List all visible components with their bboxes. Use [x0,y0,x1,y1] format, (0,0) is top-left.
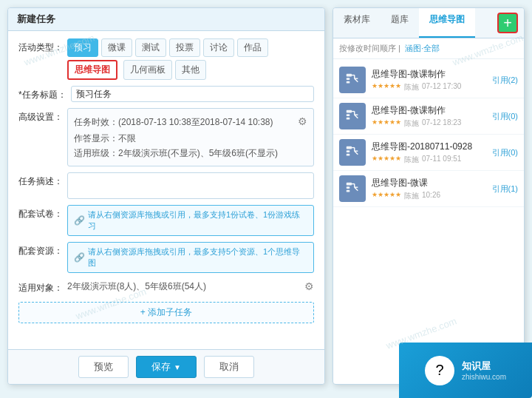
item-cite-4[interactable]: 引用(1) [492,183,518,195]
brand-sub: zhishiwu.com [462,373,506,381]
right-panel-tabs: 素材库 题库 思维导图 + [333,8,524,38]
item-meta-2: ★★★★★ 陈施 07-12 18:23 [372,118,486,129]
tab-materials[interactable]: 素材库 [333,8,381,38]
advanced-time: 任务时效：(2018-07-13 10:38至2018-07-14 10:38) [74,115,273,129]
item-meta-1: ★★★★★ 陈施 07-12 17:30 [372,82,486,92]
quiz-placeholder: 请从右侧资源库拖拽或引用，最多支持1份试卷、1份游戏练习 [88,209,307,232]
list-item[interactable]: 思维导图-微课 ★★★★★ 陈施 10:26 引用(1) [333,171,524,207]
item-title-3: 思维导图-20180711-0928 [372,141,486,153]
add-resource-button[interactable]: + [497,13,518,33]
svg-rect-16 [347,154,350,156]
item-icon-2 [339,103,366,129]
type-btn-discuss[interactable]: 讨论 [203,38,234,57]
item-title-2: 思维导图-微课制作 [372,104,486,117]
svg-rect-2 [347,81,350,84]
item-author-4: 陈施 [404,191,419,201]
type-btn-geometry[interactable]: 几何画板 [123,60,172,80]
target-gear-icon[interactable]: ⚙ [304,280,314,292]
description-row: 任务摘述： [18,172,314,199]
brand-area: ? 知识屋 zhishiwu.com [399,343,532,398]
quiz-label: 配套试卷： [18,205,63,220]
filter-link[interactable]: 涵图·全部 [405,43,440,54]
brand-name: 知识屋 [462,360,506,373]
advanced-grade: 适用班级：2年级演示班(不显示)、5年级6班(不显示) [74,146,307,161]
tab-spacer [475,8,491,38]
resource-list: 思维导图-微课制作 ★★★★★ 陈施 07-12 17:30 引用(2) [333,59,524,384]
type-btn-test[interactable]: 测试 [135,38,166,57]
item-meta-3: ★★★★★ 陈施 07-11 09:51 [372,155,486,165]
activity-types-container: 预习 微课 测试 投票 讨论 作品 思维导图 几何画板 其他 [67,38,314,80]
item-date-2: 07-12 18:23 [422,118,461,129]
type-btn-resource[interactable]: 微课 [101,38,132,57]
svg-rect-15 [347,150,350,152]
link-icon-resource: 🔗 [74,252,85,263]
description-input[interactable] [67,172,314,199]
type-btn-work[interactable]: 作品 [237,38,268,57]
item-stars-4: ★★★★★ [372,191,401,201]
activity-type-row: 活动类型： 预习 微课 测试 投票 讨论 作品 思维导图 几何画板 其他 [18,38,314,80]
tab-mindmap[interactable]: 思维导图 [419,8,475,38]
svg-rect-1 [347,78,350,80]
save-dropdown-icon[interactable]: ▼ [174,363,181,371]
quiz-row: 配套试卷： 🔗 请从右侧资源库拖拽或引用，最多支持1份试卷、1份游戏练习 [18,205,314,236]
svg-line-20 [355,151,358,155]
new-task-window: 新建任务 活动类型： 预习 微课 测试 投票 讨论 作品 思维导图 几何画板 其… [7,7,325,385]
resource-row: 配套资源： 🔗 请从右侧资源库拖拽或引用，最多支持5个资源、1个思维导图 [18,242,314,273]
cancel-button[interactable]: 取消 [204,356,254,378]
save-label: 保存 [151,360,171,374]
target-label: 适用对象： [18,279,63,294]
item-icon-3 [339,139,366,166]
type-btn-preview[interactable]: 预习 [67,38,98,57]
filter-text: 按修改时间顺序 | [339,43,400,54]
task-name-label: *任务标题： [18,86,66,101]
save-button[interactable]: 保存 ▼ [136,356,197,378]
svg-rect-23 [347,190,350,192]
item-info-2: 思维导图-微课制作 ★★★★★ 陈施 07-12 18:23 [372,104,486,129]
preview-button[interactable]: 预览 [78,356,129,378]
brand-icon-symbol: ? [435,362,443,379]
item-date-4: 10:26 [422,191,440,201]
item-stars-3: ★★★★★ [372,155,401,165]
type-btn-vote[interactable]: 投票 [169,38,200,57]
tab-topics[interactable]: 题库 [381,8,419,38]
item-stars-2: ★★★★★ [372,118,401,129]
type-btn-mindmap[interactable]: 思维导图 [67,60,117,80]
svg-line-27 [355,187,358,191]
filter-bar: 按修改时间顺序 | 涵图·全部 [333,38,524,59]
list-item[interactable]: 思维导图-微课制作 ★★★★★ 陈施 07-12 17:30 引用(2) [333,62,524,98]
activity-type-label: 活动类型： [18,38,63,54]
resource-placeholder: 请从右侧资源库拖拽或引用，最多支持5个资源、1个思维导图 [88,246,307,269]
item-icon-4 [339,175,366,202]
window-footer: 预览 保存 ▼ 取消 [8,349,324,384]
right-panel: 素材库 题库 思维导图 + 按修改时间顺序 | 涵图·全部 [332,7,525,385]
item-author-1: 陈施 [404,82,419,92]
item-info-3: 思维导图-20180711-0928 ★★★★★ 陈施 07-11 09:51 [372,141,486,165]
item-cite-3[interactable]: 引用(0) [492,147,518,158]
item-date-1: 07-12 17:30 [422,82,461,92]
target-value: 2年级演示班(8人)、5年级6班(54人) [67,280,300,293]
svg-rect-21 [347,183,352,186]
window-title: 新建任务 [8,8,324,31]
resource-link-box[interactable]: 🔗 请从右侧资源库拖拽或引用，最多支持5个资源、1个思维导图 [67,242,314,273]
list-item[interactable]: 思维导图-微课制作 ★★★★★ 陈施 07-12 18:23 引用(0) [333,98,524,135]
brand-icon: ? [425,356,454,385]
add-resource-icon: + [503,15,512,32]
type-btn-other[interactable]: 其他 [175,60,206,80]
svg-rect-14 [347,146,352,149]
quiz-link-box[interactable]: 🔗 请从右侧资源库拖拽或引用，最多支持1份试卷、1份游戏练习 [67,205,314,236]
gear-icon[interactable]: ⚙ [298,113,307,131]
svg-rect-0 [347,74,352,77]
item-date-3: 07-11 09:51 [422,155,461,165]
item-cite-2[interactable]: 引用(0) [492,111,518,122]
description-label: 任务摘述： [18,172,63,188]
task-name-input[interactable] [71,86,314,102]
window-body: 活动类型： 预习 微课 测试 投票 讨论 作品 思维导图 几何画板 其他 *任务… [8,31,324,349]
advanced-box: 任务时效：(2018-07-13 10:38至2018-07-14 10:38)… [67,108,314,166]
item-cite-1[interactable]: 引用(2) [492,75,518,86]
item-info-4: 思维导图-微课 ★★★★★ 陈施 10:26 [372,177,486,201]
svg-line-13 [355,115,358,118]
list-item[interactable]: 思维导图-20180711-0928 ★★★★★ 陈施 07-11 09:51 … [333,135,524,171]
item-icon-1 [339,67,366,93]
advanced-row: 高级设置： 任务时效：(2018-07-13 10:38至2018-07-14 … [18,108,314,166]
add-child-button[interactable]: + 添加子任务 [18,302,314,323]
